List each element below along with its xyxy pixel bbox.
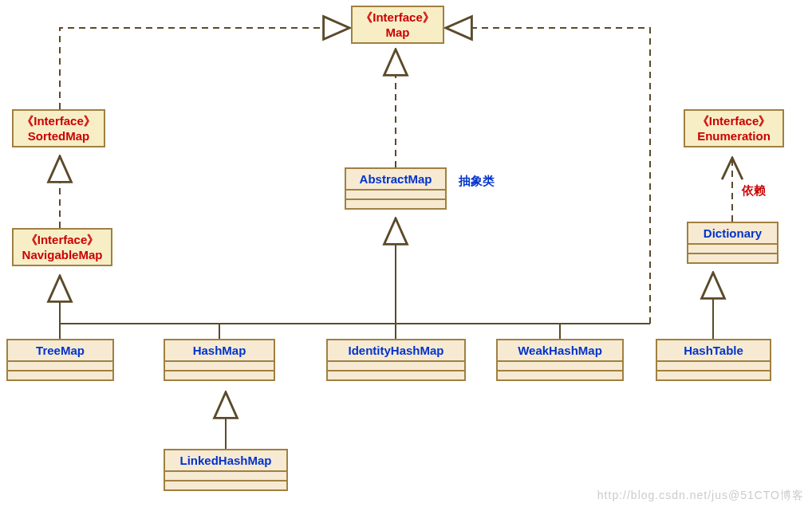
node-enumeration-interface: 《Interface》 Enumeration [684,109,784,147]
uml-diagram: 《Interface》 Map 《Interface》 SortedMap 《I… [0,0,812,507]
node-navigablemap-interface: 《Interface》 NavigableMap [12,228,112,266]
node-name: Dictionary [704,226,762,240]
node-name: IdentityHashMap [348,344,443,357]
node-name: AbstractMap [360,172,432,186]
stereotype-label: 《Interface》 [18,114,99,129]
node-name: HashMap [193,344,246,357]
node-treemap-class: TreeMap [6,339,114,381]
node-hashtable-class: HashTable [656,339,771,381]
node-name: NavigableMap [22,248,103,261]
stereotype-label: 《Interface》 [18,233,106,248]
node-name: Enumeration [697,129,771,143]
stereotype-label: 《Interface》 [357,10,438,26]
node-name: LinkedHashMap [179,454,271,467]
node-linkedhashmap-class: LinkedHashMap [164,449,288,491]
node-dictionary-class: Dictionary [687,222,778,264]
stereotype-label: 《Interface》 [690,114,778,129]
node-weakhashmap-class: WeakHashMap [496,339,624,381]
node-name: Map [386,26,410,39]
node-abstractmap-class: AbstractMap [345,167,447,210]
edge-sortedmap-map [60,28,349,109]
node-name: WeakHashMap [518,344,602,357]
node-name: HashTable [684,344,743,357]
node-hashmap-class: HashMap [164,339,275,381]
node-name: SortedMap [28,129,90,143]
node-map-interface: 《Interface》 Map [351,6,444,44]
watermark: http://blog.csdn.net/jus@51CTO博客 [597,489,804,503]
label-abstract-class: 抽象类 [459,174,495,189]
node-sortedmap-interface: 《Interface》 SortedMap [12,109,105,147]
node-name: TreeMap [36,344,85,357]
label-dependency: 依赖 [742,183,766,198]
node-identityhashmap-class: IdentityHashMap [326,339,466,381]
